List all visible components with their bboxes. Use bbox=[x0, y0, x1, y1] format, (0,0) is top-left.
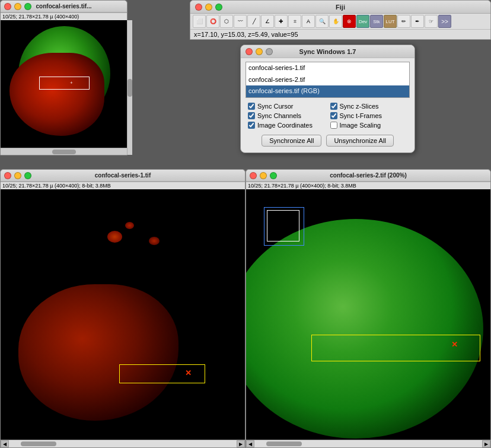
fiji-traffic-lights bbox=[195, 4, 222, 11]
top-left-title: confocal-series.tif... bbox=[36, 3, 92, 9]
top-left-traffic-lights bbox=[4, 3, 31, 10]
bottom-left-scroll-track[interactable] bbox=[9, 440, 237, 447]
bottom-left-titlebar: confocal-series-1.tif bbox=[1, 170, 245, 182]
bottom-right-titlebar: confocal-series-2.tif (200%) bbox=[246, 170, 490, 182]
top-left-image-area: + bbox=[1, 20, 127, 155]
bottom-right-canvas[interactable]: ✕ bbox=[246, 189, 490, 440]
fiji-titlebar: Fiji bbox=[190, 1, 490, 14]
bottom-left-scroll-right[interactable]: ▶ bbox=[237, 440, 245, 447]
bottom-left-scroll-left[interactable]: ◀ bbox=[1, 440, 9, 447]
lut-button[interactable]: LUT bbox=[384, 15, 397, 28]
angle-tool[interactable]: ∠ bbox=[261, 15, 274, 28]
dev-button[interactable]: Dev bbox=[356, 15, 369, 28]
top-left-minimize[interactable] bbox=[14, 3, 21, 10]
sync-file-list[interactable]: confocal-series-1.tif confocal-series-2.… bbox=[246, 62, 410, 98]
bottom-left-status: 10/25; 21.78×21.78 µ (400×400); 8-bit; 3… bbox=[1, 182, 245, 189]
sync-titlebar: Sync Windows 1.7 bbox=[241, 45, 415, 58]
bottom-right-close[interactable] bbox=[250, 172, 257, 179]
bottom-right-cross: ✕ bbox=[451, 340, 458, 349]
top-left-close[interactable] bbox=[4, 3, 11, 10]
bottom-left-selection bbox=[119, 364, 205, 383]
fiji-minimize-button[interactable] bbox=[205, 4, 212, 11]
sync-cursor-checkbox-row[interactable]: Sync Cursor bbox=[248, 103, 326, 110]
bottom-right-scroll-track[interactable] bbox=[254, 440, 482, 447]
sync-file-item-2[interactable]: confocal-series-2.tif bbox=[246, 74, 409, 86]
bottom-left-minimize[interactable] bbox=[14, 172, 21, 179]
sync-zslices-checkbox-row[interactable]: Sync z-Slices bbox=[330, 103, 408, 110]
top-left-vscroll[interactable] bbox=[127, 20, 132, 155]
sync-maximize-button[interactable] bbox=[266, 48, 273, 55]
sync-file-item-3[interactable]: confocal-series.tif (RGB) bbox=[246, 85, 409, 97]
sync-imagecoords-checkbox[interactable] bbox=[248, 122, 255, 129]
ellipse-tool[interactable]: ⭕ bbox=[206, 15, 219, 28]
sync-imagescaling-checkbox-row[interactable]: Image Scaling bbox=[330, 122, 408, 129]
pen-tool[interactable]: ✏ bbox=[397, 15, 410, 28]
bottom-right-scroll-right[interactable]: ▶ bbox=[482, 440, 490, 447]
top-left-canvas[interactable]: + bbox=[1, 20, 127, 148]
bottom-right-scroll-thumb[interactable] bbox=[266, 441, 302, 446]
bottom-right-minimize[interactable] bbox=[260, 172, 267, 179]
top-left-vscroll-thumb[interactable] bbox=[127, 79, 132, 97]
bottom-right-window: confocal-series-2.tif (200%) 10/25; 21.7… bbox=[246, 169, 491, 448]
pan-tool[interactable]: ✋ bbox=[329, 15, 342, 28]
sync-cursor-label: Sync Cursor bbox=[257, 103, 294, 110]
sync-tframes-label: Sync t-Frames bbox=[340, 112, 382, 119]
fiji-maximize-button[interactable] bbox=[215, 4, 222, 11]
wand-tool[interactable]: ⌗ bbox=[288, 15, 301, 28]
top-left-hscroll[interactable] bbox=[1, 148, 127, 155]
bottom-right-scrollbar[interactable]: ◀ ▶ bbox=[246, 440, 490, 447]
bottom-left-scrollbar[interactable]: ◀ ▶ bbox=[1, 440, 245, 447]
top-left-maximize[interactable] bbox=[24, 3, 31, 10]
more-button[interactable]: >> bbox=[438, 15, 451, 28]
sync-zslices-checkbox[interactable] bbox=[330, 103, 337, 110]
sync-channels-checkbox-row[interactable]: Sync Channels bbox=[248, 112, 326, 119]
bottom-right-maximize[interactable] bbox=[270, 172, 277, 179]
top-left-image-window: confocal-series.tif... 10/25; 21.78×21.7… bbox=[0, 0, 127, 155]
sync-imagescaling-checkbox[interactable] bbox=[330, 122, 337, 129]
line-tool[interactable]: ╱ bbox=[247, 15, 260, 28]
sync-minimize-button[interactable] bbox=[256, 48, 263, 55]
sync-dialog-title: Sync Windows 1.7 bbox=[299, 48, 356, 55]
text-tool[interactable]: A bbox=[302, 15, 315, 28]
zoom-tool[interactable]: 🔍 bbox=[315, 15, 329, 28]
bottom-left-maximize[interactable] bbox=[24, 172, 31, 179]
sync-windows-dialog: Sync Windows 1.7 confocal-series-1.tif c… bbox=[240, 45, 415, 153]
bottom-right-scroll-left[interactable]: ◀ bbox=[246, 440, 254, 447]
pencil-tool[interactable]: ✒ bbox=[411, 15, 424, 28]
unsynchronize-all-button[interactable]: Unsynchronize All bbox=[326, 135, 393, 147]
bottom-left-close[interactable] bbox=[4, 172, 11, 179]
top-left-titlebar: confocal-series.tif... bbox=[1, 1, 127, 12]
top-left-hscroll-thumb[interactable] bbox=[52, 150, 76, 154]
top-left-selection bbox=[39, 77, 90, 90]
stop-tool[interactable]: ⊗ bbox=[343, 15, 356, 28]
stk-button[interactable]: Stk bbox=[370, 15, 383, 28]
sync-close-button[interactable] bbox=[246, 48, 253, 55]
sync-tframes-checkbox-row[interactable]: Sync t-Frames bbox=[330, 112, 408, 119]
sync-channels-label: Sync Channels bbox=[257, 112, 301, 119]
synchronize-all-button[interactable]: Synchronize All bbox=[262, 135, 321, 147]
sync-cursor-checkbox[interactable] bbox=[248, 103, 255, 110]
top-left-status: 10/25; 21.78×21.78 µ (400×400) bbox=[1, 12, 127, 20]
bottom-left-title: confocal-series-1.tif bbox=[95, 172, 151, 179]
bottom-area: confocal-series-1.tif 10/25; 21.78×21.78… bbox=[0, 169, 491, 448]
sync-imagescaling-label: Image Scaling bbox=[340, 122, 381, 129]
sync-file-item-1[interactable]: confocal-series-1.tif bbox=[246, 62, 409, 74]
polygon-tool[interactable]: ⬡ bbox=[220, 15, 233, 28]
bottom-left-cross: ✕ bbox=[185, 368, 192, 377]
rectangle-tool[interactable]: ⬜ bbox=[193, 15, 206, 28]
top-left-crosshair: + bbox=[70, 80, 74, 84]
fiji-toolbar: Fiji ⬜ ⭕ ⬡ 〰 ╱ ∠ ✚ ⌗ A 🔍 ✋ ⊗ Dev Stk LUT… bbox=[190, 0, 491, 40]
sync-channels-checkbox[interactable] bbox=[248, 112, 255, 119]
fiji-close-button[interactable] bbox=[195, 4, 202, 11]
point-tool[interactable]: ✚ bbox=[275, 15, 288, 28]
freehand-tool[interactable]: 〰 bbox=[234, 15, 247, 28]
hand-tool[interactable]: ☞ bbox=[425, 15, 438, 28]
bottom-left-window: confocal-series-1.tif 10/25; 21.78×21.78… bbox=[0, 169, 246, 448]
sync-traffic-lights bbox=[246, 48, 273, 55]
bottom-left-canvas[interactable]: ✕ bbox=[1, 189, 245, 440]
bottom-left-scroll-thumb[interactable] bbox=[21, 441, 56, 446]
sync-tframes-checkbox[interactable] bbox=[330, 112, 337, 119]
bottom-left-traffic-lights bbox=[4, 172, 31, 179]
sync-imagecoords-checkbox-row[interactable]: Image Coordinates bbox=[248, 122, 326, 129]
sync-buttons-row: Synchronize All Unsynchronize All bbox=[241, 131, 415, 152]
